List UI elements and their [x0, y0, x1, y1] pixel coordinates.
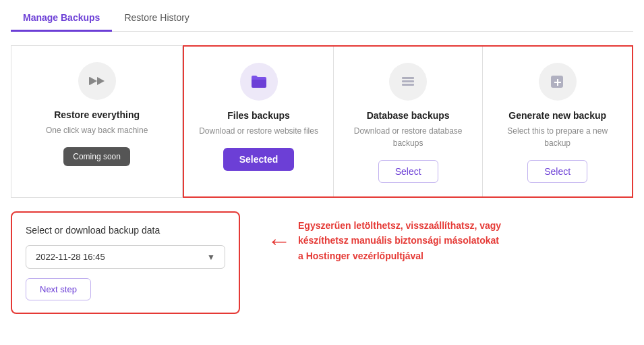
files-icon-circle: [240, 63, 278, 101]
generate-icon-circle: [539, 63, 577, 101]
svg-rect-0: [252, 78, 266, 88]
annotation-text: Egyszerűen letölthetsz, visszaállíthatsz…: [298, 218, 501, 263]
database-select-button[interactable]: Select: [378, 160, 438, 183]
cards-section: Restore everything One click way back ma…: [11, 45, 633, 198]
generate-select-button[interactable]: Select: [527, 160, 587, 183]
tab-manage-backups[interactable]: Manage Backups: [11, 5, 112, 32]
files-selected-button[interactable]: Selected: [223, 148, 295, 171]
svg-rect-2: [402, 80, 414, 82]
chevron-down-icon: ▼: [207, 253, 215, 262]
next-step-button[interactable]: Next step: [26, 278, 91, 300]
database-icon: [399, 74, 417, 89]
files-desc: Download or restore website files: [199, 125, 318, 137]
database-backups-card: Database backups Download or restore dat…: [334, 47, 484, 196]
select-download-box: Select or download backup data 2022-11-2…: [11, 211, 240, 314]
bottom-section: Select or download backup data 2022-11-2…: [11, 211, 633, 314]
add-backup-icon: [549, 74, 566, 90]
select-box-title: Select or download backup data: [26, 225, 225, 236]
files-backups-card: Files backups Download or restore websit…: [184, 47, 334, 196]
generate-backup-card: Generate new backup Select this to prepa…: [483, 47, 632, 196]
arrow-left-icon: ←: [267, 227, 291, 255]
database-desc: Download or restore database backups: [345, 125, 472, 149]
dropdown-value: 2022-11-28 16:45: [36, 252, 105, 262]
restore-title: Restore everything: [54, 109, 140, 120]
generate-desc: Select this to prepare a new backup: [494, 125, 621, 149]
generate-title: Generate new backup: [508, 110, 606, 121]
folder-icon: [250, 74, 268, 89]
restore-everything-card: Restore everything One click way back ma…: [11, 45, 183, 198]
tabs: Manage Backups Restore History: [11, 0, 633, 32]
restore-desc: One click way back machine: [46, 124, 148, 136]
backup-date-dropdown[interactable]: 2022-11-28 16:45 ▼: [26, 245, 225, 269]
database-icon-circle: [389, 63, 427, 101]
restore-icon-circle: [78, 62, 116, 100]
database-title: Database backups: [367, 110, 450, 121]
highlighted-cards-group: Files backups Download or restore websit…: [183, 45, 633, 198]
annotation-area: ← Egyszerűen letölthetsz, visszaállíthat…: [267, 211, 633, 263]
rewind-icon: [88, 74, 106, 88]
tab-restore-history[interactable]: Restore History: [112, 5, 201, 32]
files-title: Files backups: [227, 110, 290, 121]
coming-soon-button: Coming soon: [63, 147, 130, 166]
svg-rect-3: [402, 84, 414, 86]
